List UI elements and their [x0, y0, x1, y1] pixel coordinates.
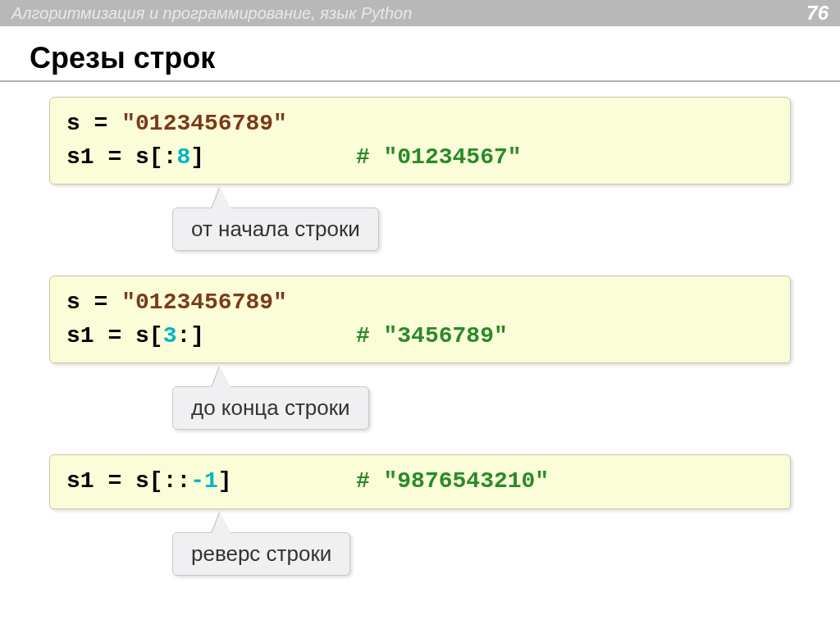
divider [0, 80, 840, 82]
code-example-3: s1 = s[::-1] # "9876543210" реверс строк… [49, 454, 791, 576]
code-line-1: s = "0123456789" [66, 107, 774, 141]
code-example-1: s = "0123456789" s1 = s[:8] # "01234567"… [49, 97, 791, 251]
code-line-2: s1 = s[:8] # "01234567" [66, 141, 774, 175]
callout-text: от начала строки [172, 207, 379, 251]
header-bar: Алгоритмизация и программирование, язык … [0, 0, 840, 26]
callout-3: реверс строки [172, 532, 350, 576]
code-block: s = "0123456789" s1 = s[3:] # "3456789" [49, 276, 791, 363]
main-title: Срезы строк [0, 26, 840, 80]
code-line-2: s1 = s[::-1] # "9876543210" [66, 465, 774, 499]
callout-text: до конца строки [172, 386, 369, 430]
code-line-2: s1 = s[3:] # "3456789" [66, 320, 774, 353]
callout-pointer-icon [212, 367, 231, 388]
callout-2: до конца строки [172, 386, 369, 430]
callout-pointer-icon [212, 513, 231, 534]
callout-pointer-icon [212, 188, 231, 209]
page-number: 76 [806, 2, 829, 25]
code-example-2: s = "0123456789" s1 = s[3:] # "3456789" … [49, 276, 791, 430]
content-area: s = "0123456789" s1 = s[:8] # "01234567"… [0, 97, 840, 576]
header-title: Алгоритмизация и программирование, язык … [11, 4, 412, 23]
code-line-1: s = "0123456789" [66, 286, 774, 320]
code-block: s1 = s[::-1] # "9876543210" [49, 454, 791, 509]
callout-1: от начала строки [172, 207, 379, 251]
callout-text: реверс строки [172, 532, 350, 576]
code-block: s = "0123456789" s1 = s[:8] # "01234567" [49, 97, 791, 185]
